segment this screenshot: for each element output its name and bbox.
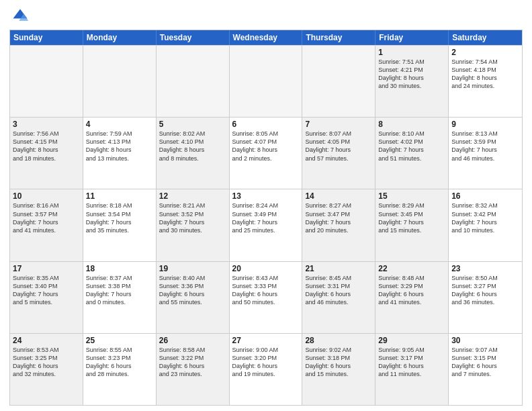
day-info: Sunrise: 8:24 AMSunset: 3:49 PMDaylight:… (232, 201, 300, 234)
calendar-cell: 1Sunrise: 7:51 AMSunset: 4:21 PMDaylight… (375, 46, 449, 117)
day-info: Sunrise: 9:07 AMSunset: 3:15 PMDaylight:… (451, 346, 519, 379)
day-info: Sunrise: 7:59 AMSunset: 4:13 PMDaylight:… (86, 130, 153, 163)
calendar-row-3: 17Sunrise: 8:35 AMSunset: 3:40 PMDayligh… (10, 261, 522, 333)
calendar-cell: 15Sunrise: 8:29 AMSunset: 3:45 PMDayligh… (375, 189, 449, 261)
day-info: Sunrise: 9:00 AMSunset: 3:20 PMDaylight:… (232, 346, 300, 379)
day-number: 27 (232, 336, 300, 345)
calendar-row-1: 3Sunrise: 7:56 AMSunset: 4:15 PMDaylight… (10, 117, 522, 189)
day-info: Sunrise: 8:07 AMSunset: 4:05 PMDaylight:… (305, 130, 372, 163)
day-number: 22 (378, 264, 445, 273)
day-number: 26 (159, 336, 226, 345)
day-number: 15 (378, 191, 445, 201)
calendar-cell: 29Sunrise: 9:05 AMSunset: 3:17 PMDayligh… (375, 334, 449, 405)
page: SundayMondayTuesdayWednesdayThursdayFrid… (0, 0, 532, 411)
calendar-cell: 13Sunrise: 8:24 AMSunset: 3:49 PMDayligh… (230, 189, 303, 261)
day-info: Sunrise: 8:27 AMSunset: 3:47 PMDaylight:… (305, 201, 372, 234)
day-info: Sunrise: 8:16 AMSunset: 3:57 PMDaylight:… (13, 201, 80, 234)
day-number: 19 (159, 264, 226, 273)
calendar-cell: 27Sunrise: 9:00 AMSunset: 3:20 PMDayligh… (230, 334, 303, 405)
day-number: 25 (86, 336, 153, 345)
calendar-cell: 25Sunrise: 8:55 AMSunset: 3:23 PMDayligh… (83, 334, 157, 405)
calendar-cell: 12Sunrise: 8:21 AMSunset: 3:52 PMDayligh… (157, 189, 230, 261)
calendar-row-0: 1Sunrise: 7:51 AMSunset: 4:21 PMDaylight… (10, 45, 522, 117)
calendar: SundayMondayTuesdayWednesdayThursdayFrid… (9, 30, 523, 406)
day-number: 7 (305, 120, 372, 129)
calendar-cell: 19Sunrise: 8:40 AMSunset: 3:36 PMDayligh… (157, 262, 230, 333)
day-info: Sunrise: 8:35 AMSunset: 3:40 PMDaylight:… (13, 274, 80, 307)
calendar-cell: 9Sunrise: 8:13 AMSunset: 3:59 PMDaylight… (449, 118, 522, 189)
logo-icon (11, 7, 30, 26)
calendar-cell: 7Sunrise: 8:07 AMSunset: 4:05 PMDaylight… (302, 118, 375, 189)
day-number: 20 (232, 264, 300, 273)
day-number: 12 (159, 191, 226, 201)
calendar-cell: 5Sunrise: 8:02 AMSunset: 4:10 PMDaylight… (157, 118, 230, 189)
header-day-saturday: Saturday (449, 30, 522, 45)
calendar-cell (230, 46, 303, 117)
calendar-cell (157, 46, 230, 117)
calendar-cell (302, 46, 375, 117)
day-number: 9 (451, 120, 519, 129)
day-info: Sunrise: 8:29 AMSunset: 3:45 PMDaylight:… (378, 201, 445, 234)
calendar-cell: 18Sunrise: 8:37 AMSunset: 3:38 PMDayligh… (83, 262, 157, 333)
day-info: Sunrise: 8:40 AMSunset: 3:36 PMDaylight:… (159, 274, 226, 307)
day-number: 8 (378, 120, 445, 129)
day-info: Sunrise: 9:05 AMSunset: 3:17 PMDaylight:… (378, 346, 445, 379)
day-number: 23 (451, 264, 519, 273)
day-info: Sunrise: 8:58 AMSunset: 3:22 PMDaylight:… (159, 346, 226, 379)
day-info: Sunrise: 7:54 AMSunset: 4:18 PMDaylight:… (451, 58, 519, 91)
day-info: Sunrise: 8:45 AMSunset: 3:31 PMDaylight:… (305, 274, 372, 307)
calendar-body: 1Sunrise: 7:51 AMSunset: 4:21 PMDaylight… (10, 45, 522, 405)
day-number: 21 (305, 264, 372, 273)
day-info: Sunrise: 8:05 AMSunset: 4:07 PMDaylight:… (232, 130, 300, 163)
day-info: Sunrise: 8:37 AMSunset: 3:38 PMDaylight:… (86, 274, 153, 307)
calendar-cell: 20Sunrise: 8:43 AMSunset: 3:33 PMDayligh… (230, 262, 303, 333)
calendar-cell: 14Sunrise: 8:27 AMSunset: 3:47 PMDayligh… (302, 189, 375, 261)
day-number: 29 (378, 336, 445, 345)
day-number: 4 (86, 120, 153, 129)
day-number: 2 (451, 48, 519, 57)
calendar-cell: 16Sunrise: 8:32 AMSunset: 3:42 PMDayligh… (449, 189, 522, 261)
day-info: Sunrise: 8:32 AMSunset: 3:42 PMDaylight:… (451, 201, 519, 234)
calendar-row-2: 10Sunrise: 8:16 AMSunset: 3:57 PMDayligh… (10, 189, 522, 261)
day-number: 10 (13, 191, 80, 201)
header-day-friday: Friday (375, 30, 449, 45)
calendar-header: SundayMondayTuesdayWednesdayThursdayFrid… (10, 30, 522, 45)
day-info: Sunrise: 8:48 AMSunset: 3:29 PMDaylight:… (378, 274, 445, 307)
day-number: 5 (159, 120, 226, 129)
day-info: Sunrise: 8:10 AMSunset: 4:02 PMDaylight:… (378, 130, 445, 163)
calendar-cell: 26Sunrise: 8:58 AMSunset: 3:22 PMDayligh… (157, 334, 230, 405)
calendar-cell: 28Sunrise: 9:02 AMSunset: 3:18 PMDayligh… (302, 334, 375, 405)
header-day-sunday: Sunday (10, 30, 83, 45)
day-number: 13 (232, 191, 300, 201)
header-day-wednesday: Wednesday (230, 30, 303, 45)
day-info: Sunrise: 8:50 AMSunset: 3:27 PMDaylight:… (451, 274, 519, 307)
day-number: 11 (86, 191, 153, 201)
calendar-cell: 24Sunrise: 8:53 AMSunset: 3:25 PMDayligh… (10, 334, 83, 405)
day-info: Sunrise: 8:43 AMSunset: 3:33 PMDaylight:… (232, 274, 300, 307)
calendar-row-4: 24Sunrise: 8:53 AMSunset: 3:25 PMDayligh… (10, 333, 522, 405)
day-number: 14 (305, 191, 372, 201)
calendar-cell: 30Sunrise: 9:07 AMSunset: 3:15 PMDayligh… (449, 334, 522, 405)
day-number: 16 (451, 191, 519, 201)
day-number: 18 (86, 264, 153, 273)
calendar-cell: 6Sunrise: 8:05 AMSunset: 4:07 PMDaylight… (230, 118, 303, 189)
header-day-thursday: Thursday (302, 30, 375, 45)
day-number: 24 (13, 336, 80, 345)
calendar-cell: 10Sunrise: 8:16 AMSunset: 3:57 PMDayligh… (10, 189, 83, 261)
calendar-cell: 22Sunrise: 8:48 AMSunset: 3:29 PMDayligh… (375, 262, 449, 333)
header-day-tuesday: Tuesday (157, 30, 230, 45)
day-number: 6 (232, 120, 300, 129)
calendar-cell: 8Sunrise: 8:10 AMSunset: 4:02 PMDaylight… (375, 118, 449, 189)
day-info: Sunrise: 9:02 AMSunset: 3:18 PMDaylight:… (305, 346, 372, 379)
calendar-cell (10, 46, 83, 117)
calendar-cell: 17Sunrise: 8:35 AMSunset: 3:40 PMDayligh… (10, 262, 83, 333)
day-info: Sunrise: 7:51 AMSunset: 4:21 PMDaylight:… (378, 58, 445, 91)
day-info: Sunrise: 8:02 AMSunset: 4:10 PMDaylight:… (159, 130, 226, 163)
calendar-cell: 21Sunrise: 8:45 AMSunset: 3:31 PMDayligh… (302, 262, 375, 333)
calendar-cell: 11Sunrise: 8:18 AMSunset: 3:54 PMDayligh… (83, 189, 157, 261)
day-info: Sunrise: 7:56 AMSunset: 4:15 PMDaylight:… (13, 130, 80, 163)
day-info: Sunrise: 8:21 AMSunset: 3:52 PMDaylight:… (159, 201, 226, 234)
calendar-cell: 3Sunrise: 7:56 AMSunset: 4:15 PMDaylight… (10, 118, 83, 189)
calendar-cell: 2Sunrise: 7:54 AMSunset: 4:18 PMDaylight… (449, 46, 522, 117)
day-number: 30 (451, 336, 519, 345)
